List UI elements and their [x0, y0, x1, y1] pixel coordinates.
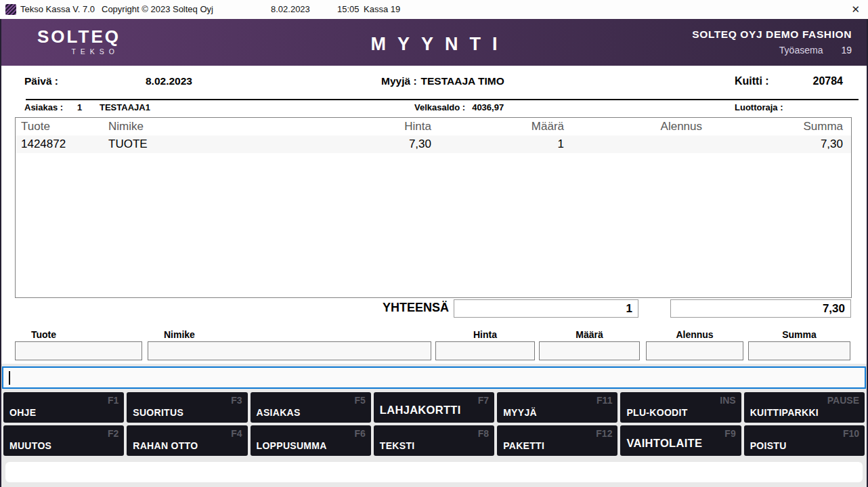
fn-key-label: F7 — [478, 395, 489, 406]
command-input[interactable] — [2, 366, 866, 389]
copyright-text: Copyright © 2023 Solteq Oyj — [102, 4, 213, 14]
nimike-input[interactable] — [148, 341, 431, 360]
table-header-row: Tuote Nimike Hinta Määrä Alennus Summa — [16, 118, 851, 135]
col-header-tuote: Tuote — [21, 120, 50, 133]
col-header-alennus: Alennus — [661, 120, 702, 133]
receipt-number: 20784 — [813, 75, 844, 87]
total-quantity-box: 1 — [454, 299, 638, 318]
seller-label: Myyjä : — [381, 75, 417, 87]
rahan-otto-button[interactable]: F4RAHAN OTTO — [127, 425, 247, 456]
poistu-button[interactable]: F10POISTU — [744, 425, 865, 456]
suoritus-button[interactable]: F3SUORITUS — [127, 392, 247, 423]
store-info: SOLTEQ OYJ DEMO FASHION Työasema19 — [692, 28, 852, 56]
fn-key-label: F5 — [355, 395, 366, 406]
window-left-edge — [0, 19, 1, 487]
fn-key-label: PAUSE — [827, 395, 859, 406]
myyja-button[interactable]: F11MYYJÄ — [497, 392, 617, 423]
debt-label: Velkasaldo : — [414, 102, 465, 112]
col-header-maara: Määrä — [531, 120, 564, 133]
col-header-summa: Summa — [803, 120, 843, 133]
summa-input[interactable] — [748, 341, 850, 360]
text-cursor — [9, 371, 10, 385]
entry-label-maara: Määrä — [539, 329, 640, 340]
entry-label-hinta: Hinta — [435, 329, 535, 340]
cell-summa: 7,30 — [821, 137, 843, 151]
workstation-label: Työasema — [779, 45, 823, 56]
app-icon — [5, 4, 16, 15]
muutos-button[interactable]: F2MUUTOS — [3, 425, 124, 456]
fn-key-label: F3 — [231, 395, 242, 406]
fn-key-label: INS — [720, 395, 735, 406]
cell-nimike: TUOTE — [108, 137, 148, 151]
fn-key-label: F10 — [843, 428, 859, 439]
cell-hinta: 7,30 — [409, 137, 431, 151]
total-sum-box: 7,30 — [670, 299, 851, 318]
table-row[interactable]: 1424872 TUOTE 7,30 1 7,30 — [16, 135, 851, 153]
items-table: Tuote Nimike Hinta Määrä Alennus Summa 1… — [15, 117, 852, 298]
totals-label: YHTEENSÄ — [383, 301, 449, 315]
customer-label: Asiakas : — [24, 102, 63, 112]
entry-label-summa: Summa — [748, 329, 850, 340]
fn-key-label: F2 — [108, 428, 118, 439]
entry-label-nimike: Nimike — [164, 329, 195, 340]
cell-tuote: 1424872 — [21, 137, 66, 151]
date-label: Päivä : — [24, 75, 58, 87]
cell-maara: 1 — [558, 137, 564, 151]
tuote-input[interactable] — [15, 341, 142, 360]
col-header-nimike: Nimike — [108, 120, 144, 133]
titlebar-time: 15:05 — [337, 4, 360, 14]
app-window: Tekso Kassa V. 7.0 Copyright © 2023 Solt… — [0, 0, 868, 487]
entry-label-alennus: Alennus — [646, 329, 743, 340]
fn-key-label: F9 — [724, 428, 735, 439]
workstation-info: Työasema19 — [692, 45, 852, 56]
plu-koodit-button[interactable]: INSPLU-KOODIT — [620, 392, 741, 423]
function-key-grid: F1OHJE F3SUORITUS F5ASIAKAS F7LAHJAKORTT… — [3, 392, 865, 456]
asiakas-button[interactable]: F5ASIAKAS — [251, 392, 371, 423]
titlebar: Tekso Kassa V. 7.0 Copyright © 2023 Solt… — [0, 0, 868, 20]
fn-key-label: F1 — [108, 395, 118, 406]
lahjakortti-button[interactable]: F7LAHJAKORTTI — [374, 392, 494, 423]
app-title: Tekso Kassa V. 7.0 — [20, 4, 95, 14]
ohje-button[interactable]: F1OHJE — [3, 392, 124, 423]
status-strip — [5, 462, 863, 482]
kuittiparkki-button[interactable]: PAUSEKUITTIPARKKI — [744, 392, 865, 423]
alennus-input[interactable] — [646, 341, 743, 360]
paketti-button[interactable]: F12PAKETTI — [497, 425, 617, 456]
loppusumma-button[interactable]: F6LOPPUSUMMA — [251, 425, 371, 456]
store-name: SOLTEQ OYJ DEMO FASHION — [692, 28, 852, 41]
vaihtolaite-button[interactable]: F9VAIHTOLAITE — [620, 425, 741, 456]
maara-input[interactable] — [539, 341, 640, 360]
debt-info: Velkasaldo :4036,97 — [414, 102, 504, 112]
customer-name: TESTAAJA1 — [100, 102, 150, 112]
fn-key-label: F4 — [231, 428, 242, 439]
separator-line — [26, 99, 859, 100]
fn-key-label: F8 — [478, 428, 489, 439]
fn-key-label: F12 — [596, 428, 612, 439]
date-value: 8.02.2023 — [146, 75, 192, 87]
debt-value: 4036,97 — [472, 102, 504, 112]
close-icon[interactable]: ✕ — [851, 4, 860, 15]
hinta-input[interactable] — [435, 341, 535, 360]
workstation-number: 19 — [841, 45, 852, 56]
titlebar-date: 8.02.2023 — [271, 4, 310, 14]
header-banner: SOLTEQ TEKSO MYYNTI SOLTEQ OYJ DEMO FASH… — [0, 19, 868, 66]
register-number: Kassa 19 — [364, 4, 400, 14]
entry-label-tuote: Tuote — [31, 329, 56, 340]
col-header-hinta: Hinta — [404, 120, 431, 133]
customer-number: 1 — [77, 102, 82, 112]
seller-info: Myyjä :TESTAAJA TIMO — [381, 75, 504, 87]
fn-key-label: F6 — [355, 428, 366, 439]
receipt-label: Kuitti : — [735, 75, 769, 87]
teksti-button[interactable]: F8TEKSTI — [374, 425, 494, 456]
credit-limit-label: Luottoraja : — [735, 102, 783, 112]
seller-value: TESTAAJA TIMO — [421, 75, 504, 87]
fn-key-label: F11 — [596, 395, 612, 406]
